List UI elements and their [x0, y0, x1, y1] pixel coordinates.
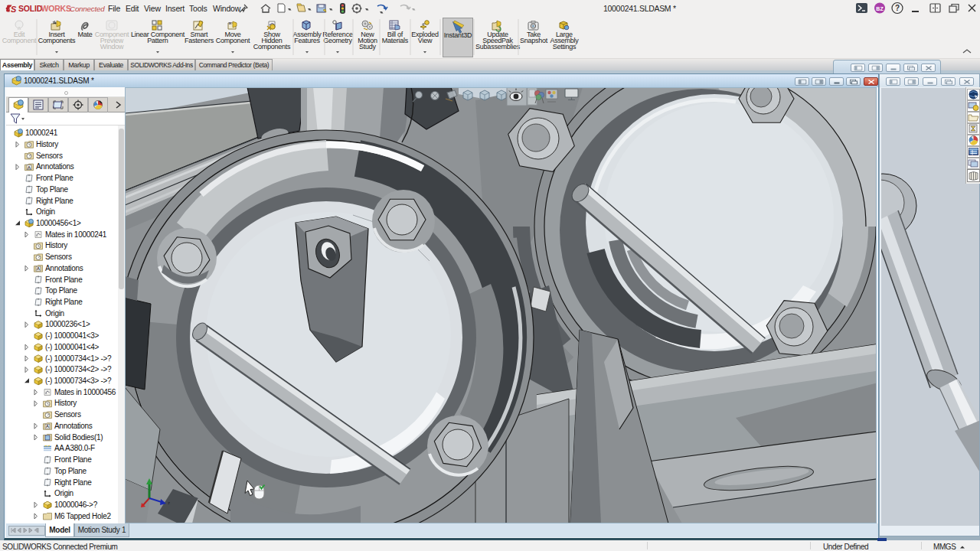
- svg-text:Origin: Origin: [54, 489, 74, 497]
- svg-text:?: ?: [895, 4, 900, 12]
- svg-text:Component: Component: [2, 37, 37, 44]
- svg-text:History: History: [54, 399, 77, 407]
- svg-text:Study: Study: [359, 43, 377, 51]
- svg-text:Origin: Origin: [45, 309, 64, 318]
- svg-text:10000241: 10000241: [25, 129, 58, 137]
- svg-text:Origin: Origin: [36, 207, 55, 216]
- svg-text:Right Plane: Right Plane: [36, 197, 74, 205]
- svg-text:Window: Window: [100, 43, 124, 51]
- svg-text:Top Plane: Top Plane: [36, 185, 69, 194]
- svg-text:Annotations: Annotations: [54, 422, 93, 430]
- svg-text:(-) 10000734<2> ->?: (-) 10000734<2> ->?: [45, 365, 112, 373]
- svg-text:(-) 10000041<3>: (-) 10000041<3>: [45, 331, 99, 340]
- svg-text:WORKS: WORKS: [41, 4, 71, 13]
- svg-text:M6 Tapped Hole2: M6 Tapped Hole2: [54, 512, 111, 520]
- svg-text:Right Plane: Right Plane: [45, 298, 83, 306]
- svg-text:Settings: Settings: [553, 43, 577, 51]
- svg-text:History: History: [45, 241, 67, 249]
- svg-text:SOLID: SOLID: [18, 4, 43, 13]
- svg-text:Annotations: Annotations: [45, 264, 83, 272]
- svg-text:Mates in 10000456: Mates in 10000456: [54, 388, 116, 396]
- svg-text:View: View: [418, 37, 433, 44]
- svg-text:Fasteners: Fasteners: [185, 37, 214, 44]
- svg-text:Top Plane: Top Plane: [45, 286, 78, 295]
- svg-text:Snapshot: Snapshot: [520, 37, 548, 44]
- svg-text:A: A: [28, 165, 31, 170]
- svg-text:(-) 10000041<4>: (-) 10000041<4>: [45, 343, 99, 351]
- svg-text:Sensors: Sensors: [54, 410, 81, 419]
- svg-text:Components: Components: [253, 43, 291, 51]
- svg-text:Pattern: Pattern: [147, 37, 168, 44]
- svg-text:Geometry: Geometry: [323, 37, 352, 44]
- svg-text:Front Plane: Front Plane: [36, 174, 74, 182]
- svg-text:Front Plane: Front Plane: [54, 455, 92, 464]
- svg-text:Component: Component: [216, 37, 250, 44]
- svg-text:10000046->?: 10000046->?: [54, 500, 98, 509]
- svg-text:BZ: BZ: [876, 6, 884, 11]
- svg-text:10000456<1>: 10000456<1>: [36, 219, 81, 227]
- svg-text:Features: Features: [294, 37, 320, 44]
- svg-text:AA A380.0-F: AA A380.0-F: [54, 444, 95, 452]
- svg-text:Annotations: Annotations: [36, 162, 74, 171]
- svg-text:Components: Components: [38, 37, 76, 44]
- svg-text:Top Plane: Top Plane: [54, 467, 87, 475]
- svg-text:Mate: Mate: [77, 31, 92, 38]
- svg-text:A: A: [46, 424, 50, 429]
- svg-text:Materials: Materials: [382, 37, 409, 44]
- svg-text:S: S: [11, 5, 17, 14]
- svg-text:z: z: [168, 500, 170, 505]
- svg-text:Instant3D: Instant3D: [444, 31, 472, 39]
- svg-text:Solid Bodies(1): Solid Bodies(1): [54, 433, 103, 442]
- svg-text:Sensors: Sensors: [45, 253, 72, 261]
- svg-text:History: History: [36, 140, 58, 148]
- svg-text:(-) 10000734<3> ->?: (-) 10000734<3> ->?: [45, 377, 112, 385]
- svg-text:10000236<1>: 10000236<1>: [45, 320, 90, 328]
- svg-text:(-) 10000734<1> ->?: (-) 10000734<1> ->?: [45, 354, 112, 363]
- svg-text:Right Plane: Right Plane: [54, 478, 92, 487]
- svg-text:Sensors: Sensors: [36, 152, 63, 160]
- svg-text:Connected: Connected: [70, 5, 105, 13]
- svg-text:Subassemblies: Subassemblies: [475, 43, 521, 51]
- svg-text:Mates in 10000241: Mates in 10000241: [45, 230, 107, 239]
- svg-text:A: A: [37, 266, 41, 271]
- svg-text:Front Plane: Front Plane: [45, 276, 83, 284]
